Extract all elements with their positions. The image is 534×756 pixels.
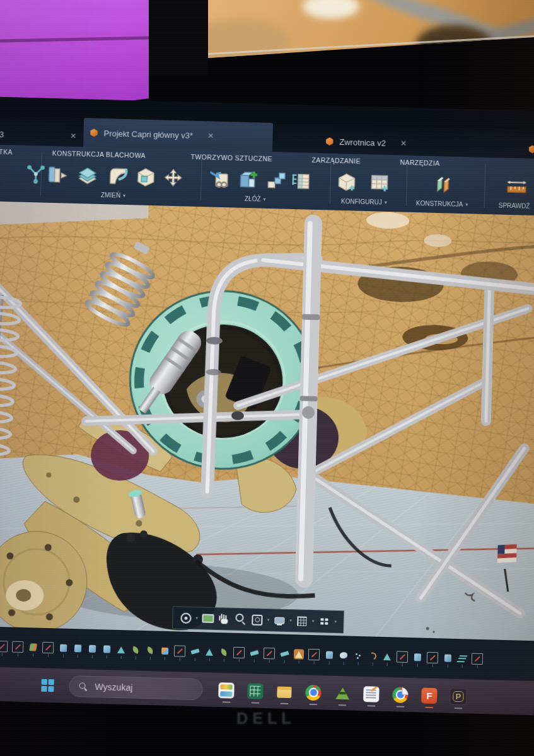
fit-view-icon[interactable] bbox=[250, 612, 265, 627]
sprawdz-label: SPRAWDŹ bbox=[499, 202, 530, 210]
component-feature[interactable] bbox=[28, 642, 38, 652]
body-feature[interactable] bbox=[443, 653, 453, 663]
sketch-feature[interactable] bbox=[42, 642, 54, 653]
sketch-feature[interactable] bbox=[0, 641, 8, 652]
slab-feature[interactable] bbox=[279, 649, 289, 659]
zmien-dropdown[interactable]: ZMIEŃ▾ bbox=[101, 192, 125, 199]
taskbar-chrome-alt-icon[interactable] bbox=[392, 686, 409, 704]
taskbar-chrome-icon[interactable] bbox=[305, 684, 322, 701]
display-settings-icon[interactable] bbox=[272, 613, 287, 627]
windows-start-icon[interactable] bbox=[41, 679, 54, 692]
taskbar-document-editor-icon[interactable] bbox=[363, 685, 380, 703]
clay-feature[interactable] bbox=[339, 650, 349, 660]
configure-table-tool-icon[interactable] bbox=[367, 169, 393, 197]
chevron-down-icon[interactable]: ▾ bbox=[195, 616, 198, 621]
sketch-feature[interactable] bbox=[174, 645, 185, 656]
slab-feature[interactable] bbox=[190, 646, 200, 656]
move-tool-icon[interactable] bbox=[160, 164, 186, 191]
taskbar-search[interactable] bbox=[69, 675, 203, 701]
ribbon-tab-zarzadzanie[interactable]: ZARZĄDZANIE bbox=[311, 156, 361, 165]
body-feature[interactable] bbox=[324, 650, 334, 660]
dots-feature[interactable] bbox=[353, 651, 363, 661]
grid-snap-icon[interactable] bbox=[295, 614, 310, 628]
render-highlight bbox=[303, 0, 359, 19]
upper-screen-render bbox=[208, 0, 534, 58]
zigzag-feature[interactable] bbox=[457, 653, 467, 663]
mesh-partial-tool-icon[interactable] bbox=[0, 159, 9, 186]
bend-tool-icon[interactable] bbox=[105, 163, 131, 190]
ribbon-tab-narzedzia[interactable]: NARZĘDZIA bbox=[400, 158, 439, 167]
close-icon[interactable]: ✕ bbox=[207, 131, 214, 140]
body-feature[interactable] bbox=[87, 644, 97, 654]
body-feature[interactable] bbox=[102, 644, 112, 654]
dell-logo: DELL bbox=[222, 709, 310, 728]
taskbar-photos-icon[interactable] bbox=[218, 682, 235, 699]
sketch-feature[interactable] bbox=[233, 647, 245, 658]
pan-hand-icon[interactable] bbox=[218, 612, 232, 626]
orbit-icon[interactable] bbox=[178, 610, 193, 625]
sprawdz-dropdown[interactable]: SPRAWDŹ bbox=[499, 202, 530, 210]
leaf-feature[interactable] bbox=[219, 647, 229, 657]
document-tab-active[interactable]: Projekt Capri główny v3* ✕ bbox=[83, 118, 273, 152]
bezel-seam bbox=[0, 37, 149, 43]
cone-feature[interactable] bbox=[116, 644, 126, 655]
cube-hole-tool-icon[interactable] bbox=[132, 163, 158, 190]
chevron-down-icon: ▾ bbox=[263, 197, 265, 202]
leaf-feature[interactable] bbox=[145, 645, 155, 655]
zloz-dropdown[interactable]: ZŁÓŻ▾ bbox=[245, 195, 266, 203]
measure-tool-icon[interactable] bbox=[504, 173, 530, 200]
taskbar-file-explorer-icon[interactable] bbox=[276, 683, 293, 701]
search-input[interactable] bbox=[93, 681, 184, 695]
bezel-gap bbox=[149, 0, 208, 76]
viewports-icon[interactable] bbox=[317, 614, 332, 629]
cone-feature[interactable] bbox=[204, 647, 214, 657]
leaf-feature[interactable] bbox=[131, 644, 141, 655]
zoom-magnifier-icon[interactable] bbox=[234, 612, 248, 627]
slab-feature[interactable] bbox=[249, 648, 259, 658]
sketch-feature[interactable] bbox=[427, 652, 438, 663]
add-body-tool-icon[interactable] bbox=[236, 166, 262, 193]
close-icon[interactable]: ✕ bbox=[70, 132, 76, 140]
sketch-feature[interactable] bbox=[308, 649, 320, 660]
body-feature[interactable] bbox=[412, 652, 422, 662]
chevron-down-icon[interactable]: ▾ bbox=[312, 619, 315, 624]
taskbar-green-triangle-app-icon[interactable] bbox=[334, 684, 351, 702]
body-feature[interactable] bbox=[73, 643, 83, 653]
konfiguruj-dropdown[interactable]: KONFIGURUJ▾ bbox=[341, 198, 387, 206]
sketch-feature[interactable] bbox=[472, 653, 483, 665]
flange-tool-icon[interactable] bbox=[44, 161, 70, 188]
chevron-down-icon[interactable]: ▾ bbox=[267, 617, 270, 622]
cone-feature[interactable] bbox=[382, 651, 392, 662]
look-at-icon[interactable] bbox=[201, 611, 216, 626]
import-part-tool-icon[interactable] bbox=[206, 165, 232, 192]
chevron-down-icon[interactable]: ▾ bbox=[289, 618, 292, 623]
taskbar-dark-p-app-icon[interactable]: P bbox=[450, 687, 467, 705]
close-icon[interactable]: ✕ bbox=[400, 139, 407, 147]
step-tool-icon[interactable] bbox=[264, 167, 289, 194]
taskbar-orange-f-app-icon[interactable]: F bbox=[421, 687, 438, 704]
tab-label: Zwrotnica v2 bbox=[339, 137, 386, 147]
box-feature[interactable] bbox=[160, 646, 170, 656]
sketch-feature[interactable] bbox=[12, 641, 23, 653]
sketch-feature[interactable] bbox=[264, 648, 275, 659]
construction-panels-tool-icon[interactable] bbox=[431, 171, 457, 198]
cone-feature[interactable] bbox=[294, 649, 304, 659]
ribbon-separator bbox=[200, 156, 202, 200]
document-cube-icon bbox=[325, 137, 334, 146]
chevron-down-icon[interactable]: ▾ bbox=[334, 619, 337, 624]
photo-of-monitor: v3 ✕ Projekt Capri główny v3* ✕ Zwrotnic… bbox=[0, 0, 534, 756]
body-feature[interactable] bbox=[58, 643, 68, 653]
chevron-down-icon: ▾ bbox=[385, 200, 387, 205]
layered-sheet-tool-icon[interactable] bbox=[74, 162, 100, 189]
sketch-feature[interactable] bbox=[397, 651, 408, 663]
hook-feature[interactable] bbox=[368, 651, 378, 661]
taskbar-calculator-icon[interactable] bbox=[247, 682, 264, 700]
ribbon-tab-siatka[interactable]: ATKA bbox=[0, 148, 13, 156]
ribbon-tab-tworzywo-sztuczne[interactable]: TWORZYWO SZTUCZNE bbox=[190, 153, 272, 163]
konstrukcja-dropdown[interactable]: KONSTRUKCJA▾ bbox=[416, 200, 468, 208]
ribbon-tab-konstrukcja-blachowa[interactable]: KONSTRUKCJA BLACHOWA bbox=[52, 149, 146, 159]
configure-part-tool-icon[interactable] bbox=[334, 169, 360, 196]
bom-table-tool-icon[interactable] bbox=[287, 168, 313, 195]
viewport-3d[interactable]: ▾ ▾ ▾ ▾ ▾ bbox=[0, 201, 534, 641]
search-icon bbox=[78, 682, 87, 690]
